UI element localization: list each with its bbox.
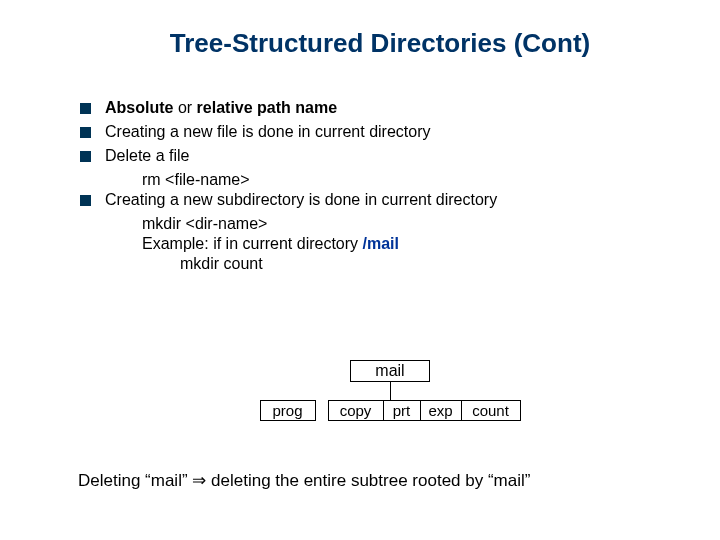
node-copy: copy (328, 400, 384, 421)
path-name-word: path name (253, 99, 337, 116)
node-mail: mail (350, 360, 430, 382)
example-prefix: Example: if in current directory (142, 235, 363, 252)
slide-title: Tree-Structured Directories (Cont) (0, 0, 720, 59)
footer-a: Deleting “mail” (78, 471, 192, 490)
bullet-4-sub2: mkdir count (180, 255, 720, 273)
bullet-2-text: Creating a new file is done in current d… (105, 123, 431, 141)
node-exp: exp (421, 400, 462, 421)
bullet-4-example: Example: if in current directory /mail (142, 235, 720, 253)
node-prt: prt (384, 400, 421, 421)
bullet-4-text: Creating a new subdirectory is done in c… (105, 191, 497, 209)
bullet-2: Creating a new file is done in current d… (80, 123, 720, 141)
absolute-word: Absolute (105, 99, 173, 116)
bullet-icon (80, 103, 91, 114)
content-area: Absolute or relative path name Creating … (80, 99, 720, 273)
node-prog: prog (260, 400, 316, 421)
node-count: count (462, 400, 521, 421)
bullet-icon (80, 127, 91, 138)
tree-diagram: mail prog copy prt exp count (230, 360, 550, 421)
footer-note: Deleting “mail” ⇒ deleting the entire su… (78, 470, 530, 491)
bullet-1: Absolute or relative path name (80, 99, 720, 117)
bullet-4: Creating a new subdirectory is done in c… (80, 191, 720, 209)
bullet-4-sub1: mkdir <dir-name> (142, 215, 720, 233)
tree-children-row: prog copy prt exp count (230, 400, 550, 421)
example-path: /mail (363, 235, 399, 252)
tree-connector (390, 382, 391, 400)
bullet-icon (80, 151, 91, 162)
bullet-1-text: Absolute or relative path name (105, 99, 337, 117)
relative-word: relative (197, 99, 253, 116)
implies-icon: ⇒ (192, 471, 206, 490)
bullet-3: Delete a file (80, 147, 720, 165)
bullet-3-sub: rm <file-name> (142, 171, 720, 189)
bullet-3-text: Delete a file (105, 147, 190, 165)
bullet-icon (80, 195, 91, 206)
footer-b: deleting the entire subtree rooted by “m… (206, 471, 530, 490)
or-word: or (173, 99, 196, 116)
